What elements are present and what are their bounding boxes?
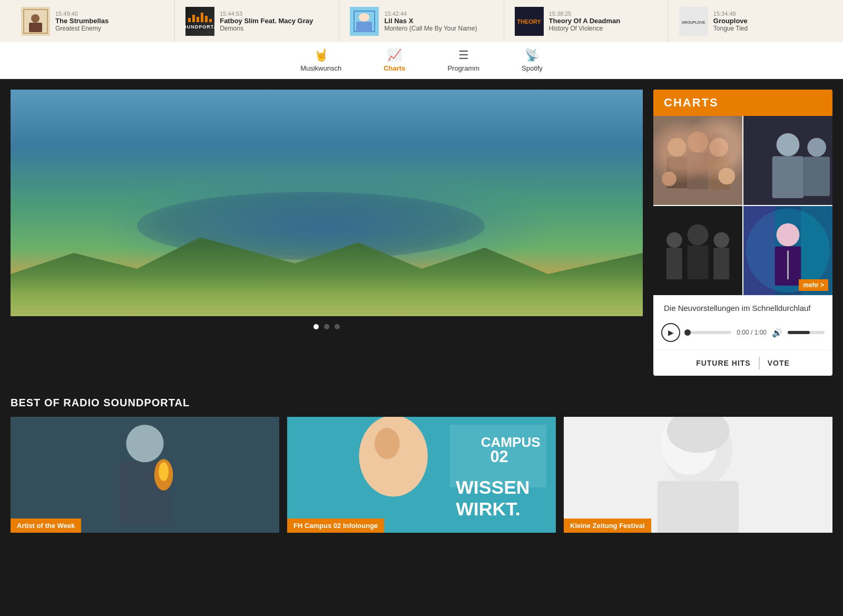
track-artist: Lil Nas X: [384, 17, 493, 25]
audio-player: ▶ 0:00 / 1:00 🔊: [653, 318, 832, 350]
hero-caption: STUBENBERGSEE & APFELLAND GEWINNSPIEL: [21, 279, 285, 300]
svg-rect-21: [743, 116, 832, 205]
nav-label: Programm: [447, 64, 479, 72]
svg-text:02: 02: [490, 447, 508, 466]
track-song: Montero (Call Me By Your Name): [384, 25, 493, 32]
hero-dot-1[interactable]: [313, 324, 319, 329]
svg-rect-39: [743, 206, 775, 295]
best-of-card-1[interactable]: Artist of the Week: [11, 417, 279, 533]
track-info: 15:38:25 Theory Of A Deadman History Of …: [549, 11, 658, 32]
svg-rect-31: [688, 246, 709, 280]
track-song: History Of Violence: [549, 25, 658, 32]
svg-text:THEORY: THEORY: [517, 18, 541, 25]
nav-musikwunsch[interactable]: 🤘 Musikwunsch: [300, 48, 341, 72]
recent-item[interactable]: THEORY 15:38:25 Theory Of A Deadman Hist…: [504, 0, 669, 42]
svg-point-6: [359, 13, 369, 22]
nav-charts[interactable]: 📈 Charts: [384, 48, 405, 72]
hero-image: STUBENBERGSEE & APFELLAND GEWINNSPIEL: [11, 90, 643, 316]
svg-rect-18: [709, 157, 730, 190]
svg-point-46: [159, 462, 169, 481]
svg-rect-12: [653, 116, 742, 205]
track-song: Demons: [220, 25, 328, 32]
charts-icon: 📈: [387, 48, 401, 62]
future-hits-button[interactable]: FUTURE HITS: [696, 357, 760, 369]
nav-programm[interactable]: ☰ Programm: [447, 48, 479, 72]
nav-label: Spotify: [522, 64, 543, 72]
recent-plays-bar: 15:49:40 The Strumbellas Greatest Enemy …: [0, 0, 843, 42]
svg-point-29: [713, 232, 729, 248]
svg-point-20: [718, 168, 735, 184]
hero-dots: [11, 324, 643, 329]
track-info: 15:49:40 The Strumbellas Greatest Enemy: [55, 11, 164, 32]
recent-item[interactable]: GROUPLOVE 15:34:48 Grouplove Tongue Tied: [669, 0, 832, 42]
best-of-grid: Artist of the Week CAMPUS 02 WISSEN WIRK…: [11, 417, 832, 533]
svg-rect-37: [775, 247, 801, 286]
charts-grid: mehr >: [653, 116, 832, 295]
mehr-link[interactable]: mehr >: [799, 279, 828, 291]
track-artist: The Strumbellas: [55, 17, 164, 25]
play-button[interactable]: ▶: [661, 323, 680, 342]
svg-point-19: [662, 171, 677, 186]
main-content: STUBENBERGSEE & APFELLAND GEWINNSPIEL CH…: [0, 79, 843, 386]
track-time: 15:42:44: [384, 11, 493, 17]
track-artist: Fatboy Slim Feat. Macy Gray: [220, 17, 328, 25]
time-display: 0:00 / 1:00: [737, 329, 767, 336]
recent-item[interactable]: SOUNDPORTAL 15:44:53 Fatboy Slim Feat. M…: [175, 0, 339, 42]
section-title: BEST OF RADIO SOUNDPORTAL: [11, 397, 832, 409]
navigation-bar: 🤘 Musikwunsch 📈 Charts ☰ Programm 📡 Spot…: [0, 42, 843, 79]
svg-rect-26: [653, 206, 742, 295]
musikwunsch-icon: 🤘: [314, 48, 328, 62]
svg-text:WIRKT.: WIRKT.: [456, 498, 521, 520]
nav-label: Charts: [384, 64, 405, 72]
nav-spotify[interactable]: 📡 Spotify: [522, 48, 543, 72]
track-time: 15:34:48: [713, 11, 822, 17]
track-thumbnail: GROUPLOVE: [679, 7, 708, 36]
svg-point-14: [688, 132, 709, 153]
svg-point-2: [31, 14, 40, 23]
chart-thumb-2[interactable]: [743, 116, 832, 205]
hero-dot-3[interactable]: [335, 324, 340, 329]
charts-action-buttons: FUTURE HITS VOTE: [653, 350, 832, 376]
svg-point-15: [709, 138, 728, 157]
svg-rect-23: [772, 157, 804, 199]
vote-button[interactable]: VOTE: [768, 357, 790, 369]
track-song: Tongue Tied: [713, 25, 822, 32]
track-info: 15:42:44 Lil Nas X Montero (Call Me By Y…: [384, 11, 493, 32]
nav-label: Musikwunsch: [300, 64, 341, 72]
card-badge-3: Kleine Zeitung Festival: [564, 519, 651, 533]
volume-fill: [788, 331, 810, 334]
chart-thumb-1[interactable]: [653, 116, 742, 205]
svg-point-24: [807, 138, 826, 157]
track-thumbnail: [21, 7, 50, 36]
hero-dot-2[interactable]: [324, 324, 329, 329]
best-of-card-3[interactable]: Kleine Zeitung Festival: [564, 417, 832, 533]
progress-bar[interactable]: [685, 331, 731, 334]
chart-thumb-3[interactable]: [653, 206, 742, 295]
volume-bar[interactable]: [788, 331, 825, 334]
charts-description: Die Neuvorstellungen im Schnelldurchlauf: [653, 295, 832, 318]
svg-rect-16: [666, 157, 688, 189]
svg-point-43: [126, 425, 163, 462]
track-thumbnail: THEORY: [515, 7, 544, 36]
programm-icon: ☰: [458, 48, 469, 62]
best-of-card-2[interactable]: CAMPUS 02 WISSEN WIRKT. FH Campus 02 Inf…: [287, 417, 556, 533]
svg-rect-7: [356, 22, 372, 32]
chart-thumb-4[interactable]: mehr >: [743, 206, 832, 295]
svg-rect-32: [713, 248, 729, 280]
svg-rect-3: [29, 23, 42, 32]
svg-point-13: [668, 138, 687, 157]
charts-header: CHARTS: [653, 90, 832, 116]
best-of-section: BEST OF RADIO SOUNDPORTAL Artist of the …: [0, 386, 843, 533]
svg-point-49: [375, 428, 399, 459]
track-time: 15:38:25: [549, 11, 658, 17]
recent-item[interactable]: 15:49:40 The Strumbellas Greatest Enemy: [11, 0, 175, 42]
track-time: 15:44:53: [220, 11, 328, 17]
recent-item[interactable]: 15:42:44 Lil Nas X Montero (Call Me By Y…: [339, 0, 504, 42]
progress-dot: [684, 329, 691, 336]
svg-rect-58: [658, 481, 739, 533]
volume-icon[interactable]: 🔊: [772, 328, 782, 338]
spotify-icon: 📡: [525, 48, 539, 62]
lake-overlay: [137, 192, 485, 260]
svg-text:WISSEN: WISSEN: [456, 477, 530, 498]
track-song: Greatest Enemy: [55, 25, 164, 32]
